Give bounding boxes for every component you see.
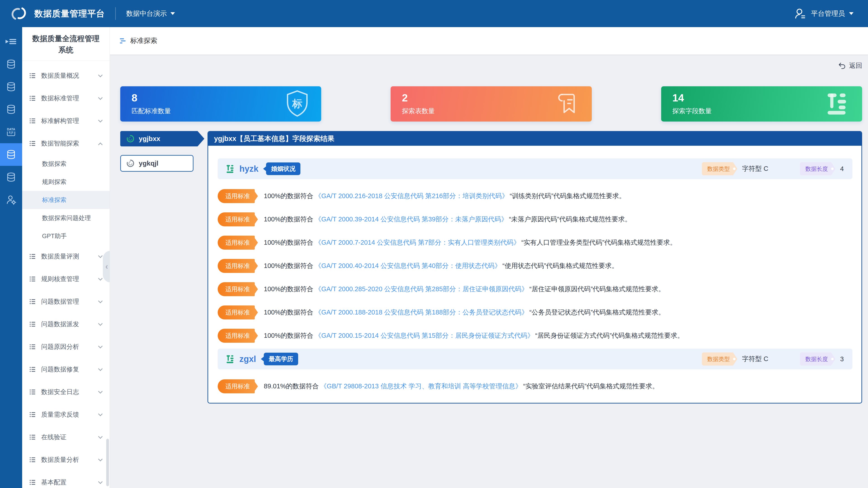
sidebar-menu-item[interactable]: 标准解构管理 [22, 109, 110, 132]
back-button[interactable]: 返回 [838, 61, 862, 70]
standard-text: 100%的数据符合《GA/T 2000.7-2014 公安信息代码 第7部分：实… [264, 238, 677, 247]
rail-item-module-1[interactable] [0, 53, 22, 75]
standard-prefix: 100%的数据符合 [264, 239, 313, 246]
submenu: 数据探索 规则探索 标准探索 数据探索问题处理 GPT助手 [22, 155, 110, 245]
sidebar-menu-item[interactable]: 数据标准管理 [22, 87, 110, 109]
menu-collapse-icon [5, 36, 17, 47]
sidebar-menu-item[interactable]: 数据质量评测 [22, 245, 110, 268]
chevron-icon [98, 480, 103, 484]
standard-link[interactable]: 《GA/T 2000.216-2018 公安信息代码 第216部分：培训类别代码… [315, 192, 508, 199]
sidebar-menu-item[interactable]: 质量需求反馈 [22, 403, 110, 426]
standard-link[interactable]: 《GB/T 29808-2013 信息技术 学习、教育和培训 高等学校管理信息》 [320, 383, 522, 390]
table-tab[interactable]: ygkqjl [120, 155, 193, 172]
standard-badge: 适用标准 [218, 236, 255, 250]
sidebar-submenu-item[interactable]: 数据探索 [22, 155, 110, 173]
standard-badge: 适用标准 [218, 213, 255, 226]
rail-item-quality-module[interactable] [0, 143, 22, 166]
sidebar-item-label: 数据智能探索 [41, 139, 99, 148]
content: 返回 8 匹配标准数量 标 [110, 55, 868, 488]
sidebar-submenu-item[interactable]: 数据探索问题处理 [22, 209, 110, 227]
standard-row: 适用标准 100%的数据符合《GA/T 2000.15-2014 公安信息代码 … [218, 329, 852, 343]
shield-standard-icon: 标 [285, 90, 310, 118]
logo-swirl-icon [10, 5, 27, 22]
standard-prefix: 100%的数据符合 [264, 332, 313, 339]
standard-link[interactable]: 《GA/T 2000.39-2014 公安信息代码 第39部分：未落户原因代码》 [315, 216, 508, 223]
sidebar-item-label: 问题原因分析 [41, 343, 99, 351]
rail-item-module-2[interactable] [0, 75, 22, 98]
menu-group: 在线验证 [22, 426, 110, 449]
standard-badge: 适用标准 [218, 189, 255, 203]
sidebar-submenu-item[interactable]: GPT助手 [22, 227, 110, 245]
list-icon [29, 72, 36, 79]
chevron-icon [98, 366, 103, 371]
menu-group: 问题数据管理 [22, 290, 110, 313]
stat-value: 8 [131, 92, 171, 104]
sidebar-collapse-handle[interactable]: ‹ [103, 251, 110, 283]
sidebar-menu-item[interactable]: 数据安全日志 [22, 381, 110, 403]
rail-item-module-4[interactable] [0, 166, 22, 188]
menu-group: 数据标准管理 [22, 87, 110, 109]
sidebar-menu-item[interactable]: 问题数据修复 [22, 358, 110, 381]
chevron-icon [98, 95, 103, 100]
field-row: zgxl 最高学历 数据类型 字符型 C 数据长度 3 [218, 349, 852, 369]
sidebar-scrollbar[interactable] [106, 439, 109, 486]
standard-link[interactable]: 《GA/T 2000.285-2020 公安信息代码 第285部分：居住证申领原… [315, 285, 528, 293]
stat-text: 8 匹配标准数量 [131, 92, 171, 116]
stat-value: 2 [402, 92, 435, 104]
list-icon [29, 95, 36, 102]
chevron-icon [98, 73, 103, 77]
field-name-badge: 婚姻状况 [266, 162, 301, 175]
rail-item-menu-toggle[interactable] [0, 30, 22, 53]
sidebar-menu-item[interactable]: 问题数据管理 [22, 290, 110, 313]
stat-label: 探索表数量 [402, 107, 435, 116]
sidebar-menu-item[interactable]: 规则核查管理 [22, 268, 110, 290]
rail-item-user-admin[interactable] [0, 188, 22, 211]
workspace-dropdown[interactable]: 数据中台演示 [126, 9, 175, 18]
menu-group: 数据智能探索 数据探索 规则探索 标准探索 数据探索问题处理 [22, 132, 110, 245]
tab-standard-explore[interactable]: 标准探索 [119, 36, 157, 45]
database-icon [5, 149, 17, 160]
sidebar-item-label: 质量需求反馈 [41, 410, 99, 419]
sidebar-menu-item[interactable]: 数据质量概况 [22, 64, 110, 87]
standard-link[interactable]: 《GA/T 2000.15-2014 公安信息代码 第15部分：居民身份证领证方… [315, 332, 534, 339]
sidebar-title: 数据质量全流程管理系统 [22, 27, 110, 61]
stat-label: 探索字段数量 [673, 107, 712, 116]
list-icon [29, 298, 36, 305]
data-type-tag: 数据类型 [702, 162, 733, 175]
standard-row: 适用标准 89.01%的数据符合《GB/T 29808-2013 信息技术 学习… [218, 379, 852, 393]
sidebar-menu-item[interactable]: 问题数据派发 [22, 313, 110, 335]
sidebar-submenu-item[interactable]: 规则探索 [22, 173, 110, 191]
sidebar-menu-item[interactable]: 基本配置 [22, 471, 110, 488]
data-type-value: 字符型 C [742, 355, 768, 363]
bookmark-table-icon [555, 90, 581, 118]
sidebar-menu-item[interactable]: 在线验证 [22, 426, 110, 449]
rail-item-data-module[interactable]: DATA [0, 121, 22, 143]
sidebar-menu-item[interactable]: 问题原因分析 [22, 335, 110, 358]
field-lines-icon [226, 354, 235, 364]
standard-badge: 适用标准 [218, 282, 255, 296]
standard-link[interactable]: 《GA/T 2000.7-2014 公安信息代码 第7部分：实有人口管理类别代码… [315, 239, 520, 246]
stat-label: 匹配标准数量 [131, 107, 171, 116]
standard-text: 100%的数据符合《GA/T 2000.216-2018 公安信息代码 第216… [264, 192, 625, 201]
standard-link[interactable]: 《GA/T 2000.188-2018 公安信息代码 第188部分：公务员登记状… [315, 308, 528, 316]
sidebar-item-label: 基本配置 [41, 478, 99, 487]
list-icon [29, 117, 36, 125]
user-dropdown[interactable]: 平台管理员 [794, 7, 854, 20]
standard-badge: 适用标准 [218, 259, 255, 273]
table-tab[interactable]: ygjbxx [120, 131, 197, 147]
sidebar-item-label: 数据安全日志 [41, 388, 99, 396]
sidebar-item-label: 数据质量评测 [41, 252, 99, 261]
result-panel-title: ygjbxx【员工基本信息】字段探索结果 [208, 132, 862, 146]
sidebar-menu-item[interactable]: 数据智能探索 [22, 132, 110, 155]
sidebar-menu-item[interactable]: 数据质量分析 [22, 449, 110, 471]
table-tab-label: ygjbxx [139, 135, 160, 142]
menu-group: 质量需求反馈 [22, 403, 110, 426]
standard-badge: 适用标准 [218, 379, 255, 393]
sidebar-submenu-item[interactable]: 标准探索 [22, 191, 110, 209]
stat-cards: 8 匹配标准数量 标 [120, 86, 862, 122]
list-icon [29, 343, 36, 350]
field-row: hyzk 婚姻状况 数据类型 字符型 C 数据长度 4 [218, 158, 852, 179]
standard-link[interactable]: 《GA/T 2000.40-2014 公安信息代码 第40部分：使用状态代码》 [315, 262, 501, 269]
rail-item-module-3[interactable] [0, 98, 22, 121]
list-icon [29, 140, 36, 147]
